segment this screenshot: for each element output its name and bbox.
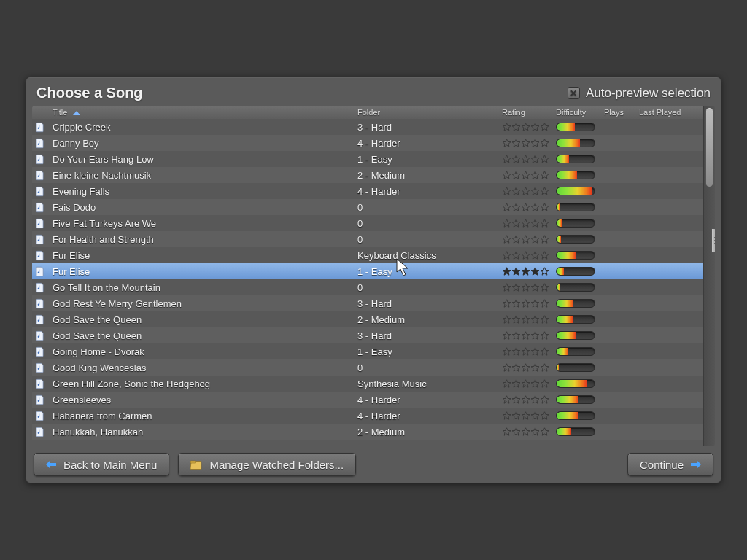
song-folder: 0 — [353, 362, 498, 373]
music-file-icon — [32, 154, 48, 165]
page-title: Choose a Song — [36, 85, 143, 101]
song-title: Habanera from Carmen — [48, 411, 353, 421]
rating-stars — [502, 315, 549, 324]
scroll-grip-icon[interactable] — [711, 228, 715, 253]
rating-stars — [502, 395, 549, 405]
song-title: Good King Wenceslas — [48, 362, 353, 373]
rating-stars — [502, 347, 549, 357]
music-file-icon — [32, 266, 48, 277]
rating-stars — [502, 283, 549, 292]
music-file-icon — [32, 234, 48, 245]
difficulty-meter — [556, 411, 595, 420]
table-row[interactable]: Habanera from Carmen4 - Harder — [32, 408, 703, 424]
col-folder[interactable]: Folder — [353, 107, 498, 117]
difficulty-meter — [556, 299, 595, 308]
rating-stars — [502, 267, 549, 276]
scroll-thumb[interactable] — [705, 107, 713, 187]
song-folder: 3 - Hard — [353, 298, 498, 309]
col-difficulty[interactable]: Difficulty — [551, 107, 600, 117]
table-row[interactable]: Fais Dodo0 — [32, 199, 703, 215]
table-row[interactable]: Cripple Creek3 - Hard — [32, 119, 703, 135]
table-row[interactable]: God Save the Queen3 - Hard — [32, 327, 703, 343]
difficulty-meter — [556, 203, 595, 211]
arrow-right-icon — [691, 460, 701, 469]
table-row[interactable]: Green Hill Zone, Sonic the HedgehogSynth… — [32, 376, 703, 392]
music-file-icon — [32, 314, 48, 325]
table-row[interactable]: Hanukkah, Hanukkah2 - Medium — [32, 424, 703, 440]
difficulty-meter — [556, 122, 595, 131]
song-folder: 1 - Easy — [353, 266, 498, 277]
song-title: Do Your Ears Hang Low — [48, 154, 353, 165]
rating-stars — [502, 155, 549, 164]
song-title: Go Tell It on the Mountain — [48, 282, 353, 293]
song-title: For Health and Strength — [48, 234, 353, 245]
col-plays[interactable]: Plays — [600, 107, 635, 117]
close-icon[interactable]: ✕ — [568, 87, 580, 99]
music-file-icon — [32, 394, 48, 405]
table-row[interactable]: Five Fat Turkeys Are We0 — [32, 215, 703, 231]
table-row[interactable]: Go Tell It on the Mountain0 — [32, 279, 703, 295]
rating-stars — [502, 363, 549, 373]
rating-stars — [502, 139, 549, 148]
song-title: Fur Elise — [48, 250, 353, 261]
column-header-row[interactable]: Title Folder Rating Difficulty Plays Las… — [32, 106, 703, 120]
music-file-icon — [32, 138, 48, 149]
song-list[interactable]: Title Folder Rating Difficulty Plays Las… — [32, 106, 703, 446]
difficulty-meter — [556, 171, 595, 179]
table-row[interactable]: Evening Falls4 - Harder — [32, 183, 703, 199]
song-title: Evening Falls — [48, 186, 353, 197]
table-row[interactable]: Fur Elise1 - Easy — [32, 263, 703, 279]
difficulty-meter — [556, 347, 595, 356]
table-row[interactable]: Eine kleine Nachtmusik2 - Medium — [32, 167, 703, 183]
manage-folders-button[interactable]: Manage Watched Folders... — [178, 453, 356, 476]
table-row[interactable]: God Rest Ye Merry Gentlemen3 - Hard — [32, 295, 703, 311]
song-folder: 0 — [353, 218, 498, 229]
rating-stars — [502, 251, 549, 260]
song-title: Green Hill Zone, Sonic the Hedgehog — [48, 378, 353, 389]
back-button[interactable]: Back to Main Menu — [34, 453, 169, 476]
col-rating[interactable]: Rating — [498, 107, 551, 117]
continue-button[interactable]: Continue — [627, 453, 713, 476]
table-row[interactable]: God Save the Queen2 - Medium — [32, 311, 703, 327]
song-folder: 0 — [353, 234, 498, 245]
rating-stars — [502, 187, 549, 196]
difficulty-meter — [556, 267, 595, 276]
difficulty-meter — [556, 283, 595, 292]
col-last-played[interactable]: Last Played — [635, 107, 703, 117]
table-row[interactable]: Going Home - Dvorak1 - Easy — [32, 343, 703, 359]
table-row[interactable]: Do Your Ears Hang Low1 - Easy — [32, 151, 703, 167]
song-list-area: Title Folder Rating Difficulty Plays Las… — [32, 106, 715, 446]
auto-preview-label: Auto-preview selection — [586, 86, 711, 101]
song-title: Danny Boy — [48, 138, 353, 149]
rating-stars — [502, 219, 549, 228]
song-folder: 4 - Harder — [353, 394, 498, 405]
song-folder: 4 - Harder — [353, 138, 498, 149]
song-folder: 4 - Harder — [353, 411, 498, 421]
song-folder: 3 - Hard — [353, 330, 498, 341]
song-title: God Rest Ye Merry Gentlemen — [48, 298, 353, 309]
table-row[interactable]: Fur EliseKeyboard Classics — [32, 247, 703, 263]
song-folder: Synthesia Music — [353, 378, 498, 389]
music-file-icon — [32, 282, 48, 293]
auto-preview-toggle[interactable]: ✕ Auto-preview selection — [568, 86, 711, 101]
arrow-left-icon — [46, 460, 56, 469]
song-title: God Save the Queen — [48, 314, 353, 325]
difficulty-meter — [556, 395, 595, 404]
col-title[interactable]: Title — [48, 107, 353, 117]
difficulty-meter — [556, 331, 595, 340]
rating-stars — [502, 411, 549, 421]
music-file-icon — [32, 250, 48, 261]
song-title: Five Fat Turkeys Are We — [48, 218, 353, 229]
music-file-icon — [32, 202, 48, 213]
song-folder: 1 - Easy — [353, 346, 498, 357]
table-row[interactable]: Good King Wenceslas0 — [32, 359, 703, 376]
song-title: Fur Elise — [48, 266, 353, 277]
difficulty-meter — [556, 235, 595, 244]
table-row[interactable]: Greensleeves4 - Harder — [32, 392, 703, 408]
song-folder: 3 - Hard — [353, 122, 498, 133]
table-row[interactable]: For Health and Strength0 — [32, 231, 703, 247]
music-file-icon — [32, 362, 48, 373]
table-row[interactable]: Danny Boy4 - Harder — [32, 135, 703, 151]
scrollbar[interactable] — [703, 106, 715, 446]
song-title: Eine kleine Nachtmusik — [48, 170, 353, 181]
